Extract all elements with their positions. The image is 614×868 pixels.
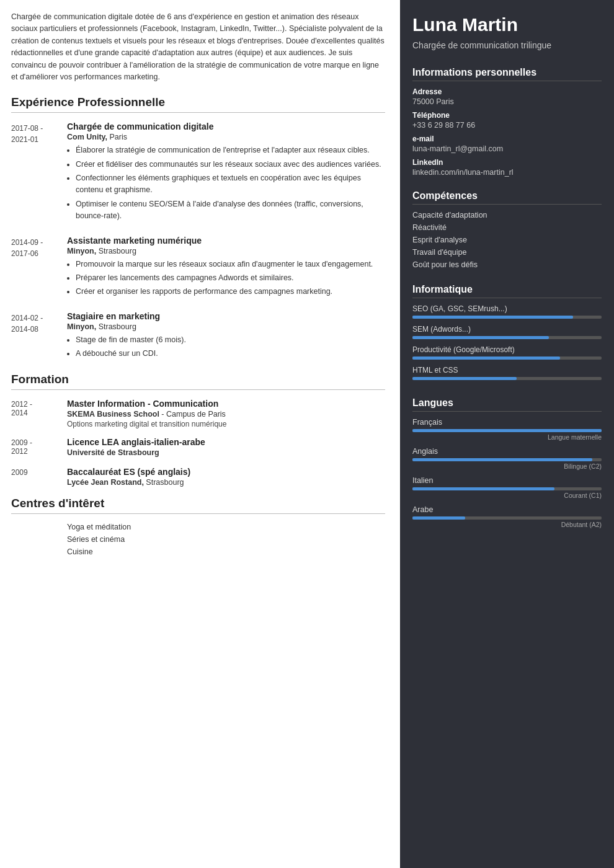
interests-list: Yoga et méditationSéries et cinémaCuisin…: [67, 523, 385, 556]
skill-label: SEO (GA, GSC, SEMrush...): [412, 304, 602, 313]
exp-company: Minyon, Strasbourg: [67, 322, 385, 331]
langues-list: FrançaisLangue maternelleAnglaisBilingue…: [412, 418, 602, 528]
language-bar-fill: [412, 429, 602, 432]
language-bar-fill: [412, 516, 465, 520]
linkedin-value: linkedin.com/in/luna-martin_rl: [412, 168, 602, 177]
skill-label: HTML et CSS: [412, 366, 602, 374]
edu-school: Lycée Jean Rostand, Strasbourg: [67, 478, 385, 487]
language-bar-track: [412, 429, 602, 432]
formation-item: 2012 -2014Master Information - Communica…: [11, 399, 385, 428]
edu-content: Baccalauréat ES (spé anglais)Lycée Jean …: [67, 467, 385, 488]
address-label: Adresse: [412, 87, 602, 96]
exp-content: Stagiaire en marketingMinyon, Strasbourg…: [67, 311, 385, 362]
linkedin-label: LinkedIn: [412, 158, 602, 167]
informatique-skill-item: SEO (GA, GSC, SEMrush...): [412, 304, 602, 319]
language-level: Courant (C1): [412, 492, 602, 499]
exp-bullets: Stage de fin de master (6 mois).A débouc…: [67, 334, 385, 360]
competence-item: Travail d'équipe: [412, 248, 602, 257]
edu-content: Licence LEA anglais-italien-arabeUnivers…: [67, 437, 385, 458]
edu-title: Master Information - Communication: [67, 399, 385, 409]
exp-title: Chargée de communication digitale: [67, 122, 385, 131]
edu-title: Licence LEA anglais-italien-arabe: [67, 437, 385, 447]
skill-bar-fill: [412, 336, 549, 339]
address-block: Adresse 75000 Paris: [412, 87, 602, 106]
exp-content: Chargée de communication digitaleCom Uni…: [67, 122, 385, 224]
language-bar-fill: [412, 487, 554, 490]
language-name: Arabe: [412, 505, 602, 514]
competence-item: Capacité d'adaptation: [412, 211, 602, 219]
bullet-item: Créer et fidéliser des communautés sur l…: [76, 159, 385, 170]
competence-item: Esprit d'analyse: [412, 236, 602, 244]
edu-content: Master Information - CommunicationSKEMA …: [67, 399, 385, 428]
exp-title: Assistante marketing numérique: [67, 236, 385, 246]
exp-bullets: Élaborer la stratégie de communication d…: [67, 144, 385, 222]
bullet-item: Préparer les lancements des campagnes Ad…: [76, 272, 385, 284]
formation-list: 2012 -2014Master Information - Communica…: [11, 399, 385, 488]
informatique-section: Informatique SEO (GA, GSC, SEMrush...)SE…: [400, 278, 614, 391]
linkedin-block: LinkedIn linkedin.com/in/luna-martin_rl: [412, 158, 602, 177]
exp-dates: 2017-08 -2021-01: [11, 122, 67, 224]
skill-bar-track: [412, 336, 602, 339]
exp-dates: 2014-09 -2017-06: [11, 236, 67, 300]
bullet-item: Créer et organiser les rapports de perfo…: [76, 286, 385, 298]
right-column: Luna Martin Chargée de communication tri…: [400, 0, 614, 868]
skill-bar-track: [412, 316, 602, 319]
skill-label: SEM (Adwords...): [412, 325, 602, 334]
competences-section: Compétences Capacité d'adaptationRéactiv…: [400, 184, 614, 278]
exp-company: Com Unity, Paris: [67, 133, 385, 141]
interest-item: Séries et cinéma: [67, 535, 385, 544]
bullet-item: A débouché sur un CDI.: [76, 348, 385, 360]
experience-list: 2017-08 -2021-01Chargée de communication…: [11, 122, 385, 361]
address-value: 75000 Paris: [412, 97, 602, 106]
interest-item: Cuisine: [67, 547, 385, 556]
edu-school: Université de Strasbourg: [67, 448, 385, 457]
language-item: FrançaisLangue maternelle: [412, 418, 602, 441]
interest-item: Yoga et méditation: [67, 523, 385, 531]
exp-bullets: Promouvoir la marque sur les réseaux soc…: [67, 259, 385, 298]
experience-section-title: Expérience Professionnelle: [11, 95, 385, 113]
skill-bar-track: [412, 356, 602, 360]
edu-note: Options marketing digital et transition …: [67, 420, 385, 428]
bullet-item: Confectionner les éléments graphiques et…: [76, 172, 385, 197]
informatique-skills-list: SEO (GA, GSC, SEMrush...)SEM (Adwords...…: [412, 304, 602, 380]
bullet-item: Stage de fin de master (6 mois).: [76, 334, 385, 346]
language-name: Français: [412, 418, 602, 427]
candidate-subtitle: Chargée de communication trilingue: [412, 40, 602, 52]
email-label: e-mail: [412, 135, 602, 143]
language-bar-fill: [412, 458, 592, 461]
language-level: Débutant (A2): [412, 521, 602, 528]
experience-item: 2017-08 -2021-01Chargée de communication…: [11, 122, 385, 224]
experience-item: 2014-09 -2017-06Assistante marketing num…: [11, 236, 385, 300]
formation-item: 2009 -2012Licence LEA anglais-italien-ar…: [11, 437, 385, 458]
bullet-item: Élaborer la stratégie de communication d…: [76, 144, 385, 156]
edu-dates: 2009: [11, 467, 67, 488]
candidate-name: Luna Martin: [412, 14, 602, 36]
email-value: luna-martin_rl@gmail.com: [412, 144, 602, 153]
exp-company: Minyon, Strasbourg: [67, 247, 385, 255]
language-item: ArabeDébutant (A2): [412, 505, 602, 528]
competence-item: Réactivité: [412, 223, 602, 232]
language-item: AnglaisBilingue (C2): [412, 447, 602, 470]
langues-section: Langues FrançaisLangue maternelleAnglais…: [400, 391, 614, 539]
personal-section-title: Informations personnelles: [412, 67, 602, 81]
language-name: Italien: [412, 476, 602, 485]
skill-bar-fill: [412, 377, 517, 380]
language-name: Anglais: [412, 447, 602, 456]
phone-value: +33 6 29 88 77 66: [412, 121, 602, 130]
interests-section-title: Centres d'intêret: [11, 497, 385, 514]
informatique-skill-item: SEM (Adwords...): [412, 325, 602, 339]
left-column: Chargée de communication digitale dotée …: [0, 0, 400, 868]
experience-item: 2014-02 -2014-08Stagiaire en marketingMi…: [11, 311, 385, 362]
edu-title: Baccalauréat ES (spé anglais): [67, 467, 385, 477]
language-bar-track: [412, 487, 602, 490]
exp-dates: 2014-02 -2014-08: [11, 311, 67, 362]
exp-content: Assistante marketing numériqueMinyon, St…: [67, 236, 385, 300]
skill-bar-fill: [412, 316, 573, 319]
formation-item: 2009Baccalauréat ES (spé anglais)Lycée J…: [11, 467, 385, 488]
language-level: Bilingue (C2): [412, 463, 602, 470]
competence-item: Goût pour les défis: [412, 260, 602, 269]
informatique-skill-item: HTML et CSS: [412, 366, 602, 380]
edu-dates: 2012 -2014: [11, 399, 67, 428]
language-level: Langue maternelle: [412, 433, 602, 441]
edu-school: SKEMA Business School - Campus de Paris: [67, 410, 385, 418]
